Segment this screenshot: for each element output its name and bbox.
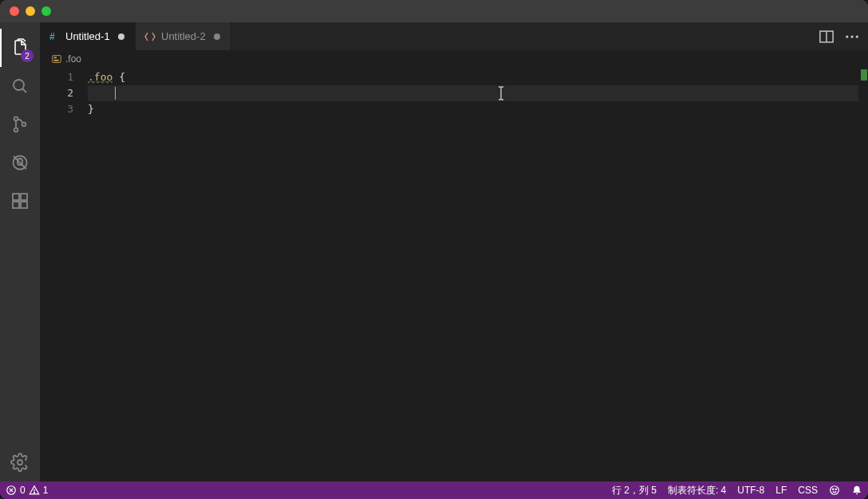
more-actions-button[interactable] xyxy=(844,29,860,45)
activity-settings[interactable] xyxy=(0,443,40,481)
smiley-icon xyxy=(829,485,840,496)
svg-point-2 xyxy=(14,128,18,132)
svg-rect-17 xyxy=(54,60,59,61)
svg-point-12 xyxy=(846,35,848,37)
tab-untitled-2[interactable]: Untitled-2 xyxy=(136,22,231,50)
code-token-brace: } xyxy=(88,103,94,115)
svg-point-22 xyxy=(835,489,836,489)
titlebar[interactable] xyxy=(0,0,868,22)
warning-icon xyxy=(29,485,40,496)
error-icon xyxy=(6,485,17,496)
activity-search[interactable] xyxy=(0,67,40,105)
line-number-gutter[interactable]: 1 2 3 xyxy=(40,68,88,481)
editor[interactable]: 1 2 3 .foo { } xyxy=(40,68,868,481)
dirty-indicator-icon xyxy=(214,33,220,40)
status-notifications[interactable] xyxy=(846,481,868,499)
activity-bar: 2 xyxy=(0,22,40,481)
activity-extensions[interactable] xyxy=(0,182,40,220)
svg-rect-16 xyxy=(54,57,57,58)
svg-rect-6 xyxy=(13,202,19,208)
svg-rect-5 xyxy=(13,194,19,200)
ellipsis-icon xyxy=(844,29,860,45)
status-indentation[interactable]: 制表符长度: 4 xyxy=(662,481,732,499)
svg-rect-8 xyxy=(21,194,27,200)
tab-untitled-1[interactable]: # Untitled-1 xyxy=(40,22,136,50)
dirty-indicator-icon xyxy=(118,33,124,40)
split-editor-button[interactable] xyxy=(819,29,834,45)
status-language-mode[interactable]: CSS xyxy=(792,481,823,499)
status-cursor-position[interactable]: 行 2，列 5 xyxy=(606,481,662,499)
status-encoding[interactable]: UTF-8 xyxy=(732,481,770,499)
code-token-brace: { xyxy=(112,71,125,83)
css-file-icon: # xyxy=(48,30,61,43)
line-number[interactable]: 3 xyxy=(40,101,73,117)
window-maximize-icon[interactable] xyxy=(41,6,51,16)
html-file-icon xyxy=(144,30,156,43)
app-window: 2 xyxy=(0,0,868,499)
tab-actions xyxy=(811,22,868,50)
svg-point-14 xyxy=(856,35,858,37)
text-caret xyxy=(115,87,116,100)
editor-group: # Untitled-1 Untitled-2 xyxy=(40,22,868,481)
tab-bar: # Untitled-1 Untitled-2 xyxy=(40,22,868,50)
window-close-icon[interactable] xyxy=(10,6,19,16)
svg-point-9 xyxy=(18,460,22,465)
line-number[interactable]: 2 xyxy=(40,85,73,101)
gear-icon xyxy=(10,453,30,472)
svg-rect-7 xyxy=(21,202,27,208)
source-control-icon xyxy=(10,115,30,134)
svg-point-0 xyxy=(14,80,24,90)
svg-rect-15 xyxy=(53,56,61,63)
overview-marker[interactable] xyxy=(861,69,867,81)
svg-point-19 xyxy=(34,493,34,493)
breadcrumb[interactable]: .foo xyxy=(40,50,868,68)
activity-debug[interactable] xyxy=(0,143,40,182)
extensions-icon xyxy=(10,191,30,210)
bell-icon xyxy=(851,485,862,496)
tab-label: Untitled-1 xyxy=(65,30,110,42)
status-problems[interactable]: 0 1 xyxy=(0,481,53,499)
css-rule-icon xyxy=(51,53,62,65)
current-line-highlight xyxy=(88,85,868,101)
status-error-count: 0 xyxy=(20,485,26,496)
status-feedback[interactable] xyxy=(823,481,846,499)
line-number[interactable]: 1 xyxy=(40,69,73,85)
status-eol[interactable]: LF xyxy=(770,481,792,499)
svg-point-1 xyxy=(14,117,18,121)
code-area[interactable]: .foo { } xyxy=(88,68,868,481)
split-editor-icon xyxy=(819,29,834,45)
breadcrumb-item[interactable]: .foo xyxy=(65,53,81,65)
svg-point-21 xyxy=(833,489,834,489)
svg-point-13 xyxy=(850,35,853,37)
search-icon xyxy=(10,77,30,96)
svg-text:#: # xyxy=(49,31,55,42)
status-warning-count: 1 xyxy=(43,485,49,496)
activity-source-control[interactable] xyxy=(0,105,40,143)
window-minimize-icon[interactable] xyxy=(26,6,35,16)
explorer-badge: 2 xyxy=(21,49,34,62)
status-bar: 0 1 行 2，列 5 制表符长度: 4 UTF-8 LF CSS xyxy=(0,481,868,499)
debug-icon xyxy=(10,153,30,172)
tab-label: Untitled-2 xyxy=(161,30,206,42)
svg-point-3 xyxy=(22,123,26,127)
activity-explorer[interactable]: 2 xyxy=(0,29,40,67)
overview-ruler[interactable] xyxy=(858,68,868,481)
svg-point-20 xyxy=(831,486,839,495)
code-token-selector: .foo xyxy=(88,71,112,84)
